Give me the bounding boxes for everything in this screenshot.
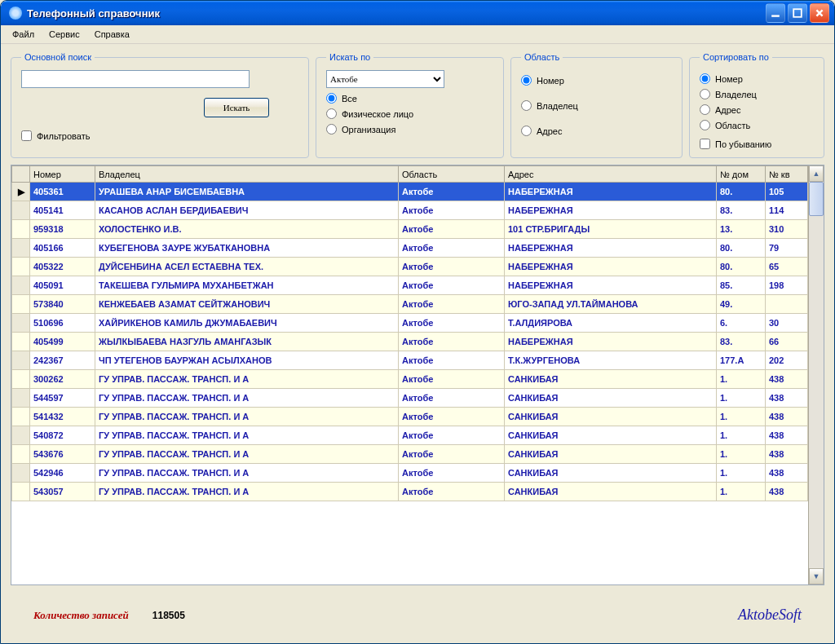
menu-help[interactable]: Справка [88, 28, 136, 41]
cell-region[interactable]: Актобе [399, 183, 505, 201]
cell-number[interactable]: 405361 [30, 183, 95, 201]
cell-flat[interactable]: 438 [766, 370, 808, 389]
cell-region[interactable]: Актобе [399, 295, 505, 314]
cell-region[interactable]: Актобе [399, 389, 505, 408]
row-indicator[interactable]: ▶ [12, 183, 30, 201]
cell-flat[interactable] [766, 295, 808, 314]
row-indicator[interactable] [12, 201, 30, 220]
table-row[interactable]: ▶405361УРАШЕВА АНАР БИСЕМБАЕВНААктобеНАБ… [12, 183, 808, 201]
cell-flat[interactable]: 66 [766, 333, 808, 351]
table-row[interactable]: 540872ГУ УПРАВ. ПАССАЖ. ТРАНСП. И ААктоб… [12, 426, 808, 445]
cell-flat[interactable]: 114 [766, 201, 808, 220]
cell-address[interactable]: САНКИБАЯ [505, 389, 717, 408]
row-indicator[interactable] [12, 408, 30, 426]
cell-region[interactable]: Актобе [399, 408, 505, 426]
cell-number[interactable]: 405141 [30, 201, 95, 220]
row-indicator[interactable] [12, 258, 30, 276]
cell-region[interactable]: Актобе [399, 426, 505, 445]
cell-flat[interactable]: 438 [766, 408, 808, 426]
table-row[interactable]: 542946ГУ УПРАВ. ПАССАЖ. ТРАНСП. И ААктоб… [12, 464, 808, 483]
row-indicator[interactable] [12, 445, 30, 464]
cell-owner[interactable]: КУБЕГЕНОВА ЗАУРЕ ЖУБАТКАНОВНА [95, 239, 399, 258]
filter-checkbox-input[interactable] [21, 130, 32, 141]
cell-owner[interactable]: ЧП УТЕГЕНОВ БАУРЖАН АСЫЛХАНОВ [95, 351, 399, 370]
cell-region[interactable]: Актобе [399, 201, 505, 220]
cell-flat[interactable]: 438 [766, 426, 808, 445]
cell-address[interactable]: САНКИБАЯ [505, 464, 717, 483]
cell-owner[interactable]: ГУ УПРАВ. ПАССАЖ. ТРАНСП. И А [95, 483, 399, 501]
table-row[interactable]: 405141КАСАНОВ АСЛАН БЕРДИБАЕВИЧАктобеНАБ… [12, 201, 808, 220]
cell-house[interactable]: 1. [717, 445, 766, 464]
cell-address[interactable]: Т.АЛДИЯРОВА [505, 314, 717, 333]
radio-all[interactable]: Все [326, 93, 493, 104]
cell-flat[interactable]: 79 [766, 239, 808, 258]
cell-house[interactable]: 80. [717, 239, 766, 258]
cell-flat[interactable]: 310 [766, 220, 808, 239]
region-radio-address[interactable]: Адрес [521, 126, 672, 136]
col-rowheader[interactable] [12, 166, 30, 183]
cell-house[interactable]: 83. [717, 333, 766, 351]
cell-address[interactable]: НАБЕРЕЖНАЯ [505, 333, 717, 351]
cell-owner[interactable]: УРАШЕВА АНАР БИСЕМБАЕВНА [95, 183, 399, 201]
cell-address[interactable]: САНКИБАЯ [505, 445, 717, 464]
cell-owner[interactable]: ТАКЕШЕВА ГУЛЬМИРА МУХАНБЕТЖАН [95, 276, 399, 295]
search-input[interactable] [21, 70, 250, 88]
cell-owner[interactable]: ХОЛОСТЕНКО И.В. [95, 220, 399, 239]
cell-owner[interactable]: ГУ УПРАВ. ПАССАЖ. ТРАНСП. И А [95, 389, 399, 408]
cell-owner[interactable]: ГУ УПРАВ. ПАССАЖ. ТРАНСП. И А [95, 464, 399, 483]
table-row[interactable]: 405091ТАКЕШЕВА ГУЛЬМИРА МУХАНБЕТЖАНАктоб… [12, 276, 808, 295]
results-table[interactable]: Номер Владелец Область Адрес № дом № кв … [11, 165, 808, 501]
table-row[interactable]: 573840КЕНЖЕБАЕВ АЗАМАТ СЕЙТЖАНОВИЧАктобе… [12, 295, 808, 314]
row-indicator[interactable] [12, 464, 30, 483]
cell-address[interactable]: САНКИБАЯ [505, 426, 717, 445]
table-row[interactable]: 405166КУБЕГЕНОВА ЗАУРЕ ЖУБАТКАНОВНААктоб… [12, 239, 808, 258]
cell-number[interactable]: 543676 [30, 445, 95, 464]
cell-number[interactable]: 405322 [30, 258, 95, 276]
table-row[interactable]: 959318ХОЛОСТЕНКО И.В.Актобе101 СТР.БРИГА… [12, 220, 808, 239]
cell-number[interactable]: 300262 [30, 370, 95, 389]
cell-number[interactable]: 540872 [30, 426, 95, 445]
scroll-track[interactable] [809, 216, 824, 568]
cell-region[interactable]: Актобе [399, 351, 505, 370]
cell-house[interactable]: 1. [717, 426, 766, 445]
menu-file[interactable]: Файл [6, 28, 41, 41]
table-row[interactable]: 405322ДУЙСЕНБИНА АСЕЛ ЕСТАЕВНА ТЕХ.Актоб… [12, 258, 808, 276]
cell-address[interactable]: НАБЕРЕЖНАЯ [505, 239, 717, 258]
cell-address[interactable]: ЮГО-ЗАПАД УЛ.ТАЙМАНОВА [505, 295, 717, 314]
col-flat[interactable]: № кв [766, 166, 808, 183]
table-row[interactable]: 543676ГУ УПРАВ. ПАССАЖ. ТРАНСП. И ААктоб… [12, 445, 808, 464]
cell-address[interactable]: Т.К.ЖУРГЕНОВА [505, 351, 717, 370]
cell-region[interactable]: Актобе [399, 314, 505, 333]
cell-region[interactable]: Актобе [399, 220, 505, 239]
sort-desc-checkbox[interactable]: По убыванию [700, 139, 814, 149]
col-owner[interactable]: Владелец [95, 166, 399, 183]
maximize-button[interactable] [788, 3, 807, 23]
cell-owner[interactable]: ХАЙРИКЕНОВ КАМИЛЬ ДЖУМАБАЕВИЧ [95, 314, 399, 333]
row-indicator[interactable] [12, 389, 30, 408]
row-indicator[interactable] [12, 351, 30, 370]
cell-region[interactable]: Актобе [399, 370, 505, 389]
search-button[interactable]: Искать [204, 98, 269, 117]
cell-number[interactable]: 541432 [30, 408, 95, 426]
cell-address[interactable]: НАБЕРЕЖНАЯ [505, 258, 717, 276]
cell-house[interactable]: 85. [717, 276, 766, 295]
cell-flat[interactable]: 198 [766, 276, 808, 295]
cell-flat[interactable]: 202 [766, 351, 808, 370]
sort-radio-owner[interactable]: Владелец [700, 89, 814, 99]
cell-house[interactable]: 177.А [717, 351, 766, 370]
cell-number[interactable]: 242367 [30, 351, 95, 370]
cell-owner[interactable]: ЖЫЛКЫБАЕВА НАЗГУЛЬ АМАНГАЗЫК [95, 333, 399, 351]
cell-address[interactable]: САНКИБАЯ [505, 408, 717, 426]
cell-house[interactable]: 1. [717, 408, 766, 426]
cell-address[interactable]: НАБЕРЕЖНАЯ [505, 183, 717, 201]
cell-house[interactable]: 1. [717, 483, 766, 501]
table-row[interactable]: 510696ХАЙРИКЕНОВ КАМИЛЬ ДЖУМАБАЕВИЧАктоб… [12, 314, 808, 333]
cell-region[interactable]: Актобе [399, 445, 505, 464]
table-row[interactable]: 242367ЧП УТЕГЕНОВ БАУРЖАН АСЫЛХАНОВАктоб… [12, 351, 808, 370]
row-indicator[interactable] [12, 370, 30, 389]
scroll-up-icon[interactable]: ▲ [809, 165, 824, 182]
region-radio-owner[interactable]: Владелец [521, 100, 672, 111]
vertical-scrollbar[interactable]: ▲ ▼ [808, 165, 824, 584]
cell-number[interactable]: 405499 [30, 333, 95, 351]
scroll-down-icon[interactable]: ▼ [809, 568, 824, 584]
